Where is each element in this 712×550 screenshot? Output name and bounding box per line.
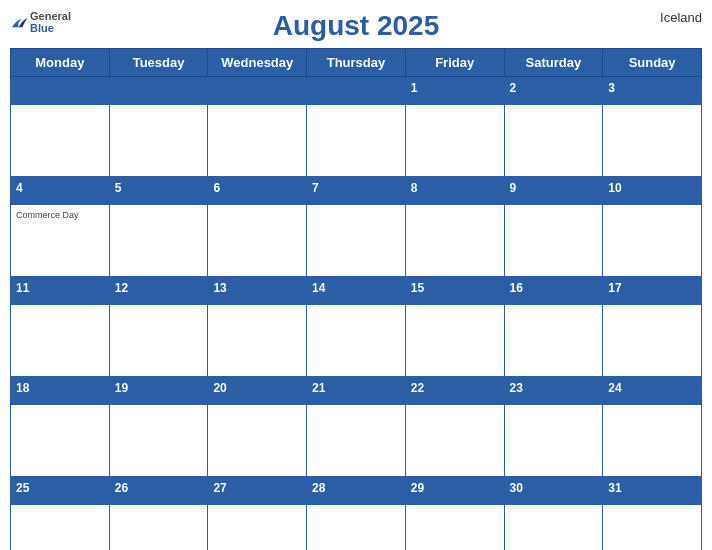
week-3-day-2-cell [109,305,208,377]
week-5-day-3-date: 27 [208,477,307,505]
date-number: 24 [608,381,696,395]
week-1-day-3-date [208,77,307,105]
week-1-day-1-date [11,77,110,105]
week-3-day-5-date: 15 [405,277,504,305]
date-number: 6 [213,181,301,195]
week-1-day-7-cell [603,105,702,177]
date-number: 18 [16,381,104,395]
event-label: Commerce Day [16,210,104,220]
date-number: 23 [510,381,598,395]
date-number: 31 [608,481,696,495]
week-1-date-row: 123 [11,77,702,105]
week-4-day-3-date: 20 [208,377,307,405]
week-2-day-3-cell [208,205,307,277]
week-1-day-3-cell [208,105,307,177]
week-5-day-1-cell [11,505,110,551]
date-number: 2 [510,81,598,95]
date-number: 3 [608,81,696,95]
calendar-header: General Blue August 2025 Iceland [10,10,702,42]
week-4-event-row [11,405,702,477]
date-number: 12 [115,281,203,295]
week-1-day-2-cell [109,105,208,177]
week-3-date-row: 11121314151617 [11,277,702,305]
week-5-day-5-date: 29 [405,477,504,505]
calendar-container: General Blue August 2025 Iceland Monday … [0,0,712,550]
week-2-day-6-date: 9 [504,177,603,205]
week-1-day-4-date [307,77,406,105]
week-4-day-4-cell [307,405,406,477]
logo-bird-icon [10,15,28,29]
week-1-day-5-cell [405,105,504,177]
week-5-date-row: 25262728293031 [11,477,702,505]
calendar-table: Monday Tuesday Wednesday Thursday Friday… [10,48,702,550]
week-1-day-6-cell [504,105,603,177]
week-4-day-5-date: 22 [405,377,504,405]
week-5-day-6-cell [504,505,603,551]
week-2-day-1-cell: Commerce Day [11,205,110,277]
date-number: 4 [16,181,104,195]
week-3-day-4-cell [307,305,406,377]
week-5-day-2-cell [109,505,208,551]
week-4-day-2-cell [109,405,208,477]
week-1-day-4-cell [307,105,406,177]
week-2-day-3-date: 6 [208,177,307,205]
week-1-day-7-date: 3 [603,77,702,105]
date-number: 13 [213,281,301,295]
week-2-day-6-cell [504,205,603,277]
header-tuesday: Tuesday [109,49,208,77]
header-saturday: Saturday [504,49,603,77]
week-1-day-5-date: 1 [405,77,504,105]
date-number: 9 [510,181,598,195]
week-3-day-7-date: 17 [603,277,702,305]
logo-blue-text: Blue [30,22,71,34]
week-5-day-2-date: 26 [109,477,208,505]
date-number: 26 [115,481,203,495]
calendar-title: August 2025 [273,10,440,42]
week-2-event-row: Commerce Day [11,205,702,277]
date-number: 20 [213,381,301,395]
date-number: 27 [213,481,301,495]
date-number: 8 [411,181,499,195]
logo-general-text: General [30,10,71,22]
week-3-day-6-cell [504,305,603,377]
week-5-day-4-date: 28 [307,477,406,505]
week-4-day-6-cell [504,405,603,477]
week-3-day-1-date: 11 [11,277,110,305]
header-wednesday: Wednesday [208,49,307,77]
date-number: 29 [411,481,499,495]
week-5-day-7-date: 31 [603,477,702,505]
date-number: 15 [411,281,499,295]
week-4-day-3-cell [208,405,307,477]
week-4-day-7-cell [603,405,702,477]
country-label: Iceland [660,10,702,25]
week-3-day-1-cell [11,305,110,377]
week-2-day-1-date: 4 [11,177,110,205]
week-3-day-6-date: 16 [504,277,603,305]
week-3-day-3-cell [208,305,307,377]
week-4-day-1-date: 18 [11,377,110,405]
date-number: 7 [312,181,400,195]
date-number: 14 [312,281,400,295]
week-2-day-5-cell [405,205,504,277]
week-4-day-5-cell [405,405,504,477]
week-4-date-row: 18192021222324 [11,377,702,405]
date-number: 11 [16,281,104,295]
week-2-day-7-date: 10 [603,177,702,205]
date-number: 21 [312,381,400,395]
week-5-day-7-cell [603,505,702,551]
week-3-day-4-date: 14 [307,277,406,305]
week-2-date-row: 45678910 [11,177,702,205]
week-1-day-6-date: 2 [504,77,603,105]
date-number: 17 [608,281,696,295]
date-number: 1 [411,81,499,95]
date-number: 28 [312,481,400,495]
week-3-day-7-cell [603,305,702,377]
week-2-day-4-date: 7 [307,177,406,205]
week-1-day-2-date [109,77,208,105]
logo: General Blue [10,10,71,34]
header-friday: Friday [405,49,504,77]
week-3-day-2-date: 12 [109,277,208,305]
week-5-day-5-cell [405,505,504,551]
week-2-day-7-cell [603,205,702,277]
week-5-event-row [11,505,702,551]
